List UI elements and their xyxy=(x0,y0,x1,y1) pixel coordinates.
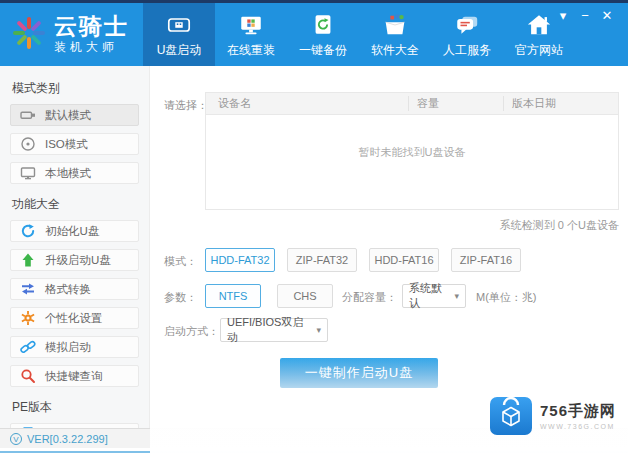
mode-option-hdd-fat32[interactable]: HDD-FAT32 xyxy=(205,248,275,272)
empty-device-message: 暂时未能找到U盘设备 xyxy=(206,145,618,160)
sidebar-item-label: 升级启动U盘 xyxy=(45,253,111,268)
usb-icon xyxy=(20,107,36,123)
sidebar-section-pe: PE版本 xyxy=(12,399,139,416)
tab-label: 在线重装 xyxy=(227,42,275,59)
tab-online-reinstall[interactable]: 在线重装 xyxy=(215,3,287,66)
sidebar-item-label: 个性化设置 xyxy=(45,311,103,326)
swap-arrows-icon xyxy=(20,281,36,297)
mode-options: HDD-FAT32 ZIP-FAT32 HDD-FAT16 ZIP-FAT16 xyxy=(205,248,533,272)
sidebar-section-mode: 模式类别 xyxy=(12,80,139,97)
watermark: 756手游网 WWW.736G.COM xyxy=(489,392,616,440)
pinwheel-star-icon xyxy=(8,9,50,59)
monitor-icon xyxy=(20,165,36,181)
minimize-icon[interactable]: − xyxy=(574,7,596,25)
tab-label: 官方网站 xyxy=(515,42,563,59)
param-option-chs[interactable]: CHS xyxy=(277,284,333,308)
official-site-icon xyxy=(526,10,552,40)
online-reinstall-icon xyxy=(238,10,264,40)
tab-label: 人工服务 xyxy=(443,42,491,59)
arrow-up-icon xyxy=(20,252,36,268)
sidebar-item-format-convert[interactable]: 格式转换 xyxy=(10,278,139,300)
allocation-unit: M(单位：兆) xyxy=(476,290,537,305)
boot-method-value: UEFI/BIOS双启动 xyxy=(227,315,311,345)
sidebar-item-iso-mode[interactable]: ISO模式 xyxy=(10,133,139,155)
params-options: NTFS CHS xyxy=(205,284,349,308)
version-text: VER[0.3.22.299] xyxy=(27,433,108,445)
allocation-value: 系统默认 xyxy=(409,281,449,311)
brand-subtitle: 装机大师 xyxy=(54,39,129,56)
tab-label: 软件大全 xyxy=(371,42,419,59)
sidebar-item-hotkey-query[interactable]: 快捷键查询 xyxy=(10,365,139,387)
device-table: 设备名 容量 版本日期 暂时未能找到U盘设备 xyxy=(205,92,619,210)
make-boot-usb-button[interactable]: 一键制作启动U盘 xyxy=(280,358,438,388)
allocation-dropdown[interactable]: 系统默认 ▾ xyxy=(402,284,466,308)
link-icon xyxy=(20,339,36,355)
boot-method-dropdown[interactable]: UEFI/BIOS双启动 ▾ xyxy=(220,318,328,342)
sidebar-item-personalize[interactable]: 个性化设置 xyxy=(10,307,139,329)
chevron-down-icon: ▾ xyxy=(454,291,459,301)
sidebar-section-functions: 功能大全 xyxy=(12,196,139,213)
mode-label: 模式： xyxy=(164,254,197,269)
magnifier-icon xyxy=(20,368,36,384)
disc-icon xyxy=(20,136,36,152)
gear-icon xyxy=(20,310,36,326)
tab-backup[interactable]: 一键备份 xyxy=(287,3,359,66)
mode-option-hdd-fat16[interactable]: HDD-FAT16 xyxy=(369,248,439,272)
sidebar-item-label: 模拟启动 xyxy=(45,340,91,355)
header: 云骑士 装机大师 U盘启动 xyxy=(0,3,628,66)
column-device-name: 设备名 xyxy=(206,96,408,111)
allocation-label: 分配容量： xyxy=(342,290,397,305)
window-bottom-border xyxy=(0,451,628,453)
device-table-header: 设备名 容量 版本日期 xyxy=(206,93,618,115)
chevron-down-icon: ▾ xyxy=(316,325,321,335)
sidebar-item-label: 快捷键查询 xyxy=(45,369,103,384)
mode-option-zip-fat16[interactable]: ZIP-FAT16 xyxy=(451,248,521,272)
shop-bag-cube-icon xyxy=(489,392,533,440)
tab-usb-boot[interactable]: U盘启动 xyxy=(143,3,215,66)
sidebar-item-label: 本地模式 xyxy=(45,166,91,181)
main-content: 请选择： 设备名 容量 版本日期 暂时未能找到U盘设备 系统检测到 0 个U盘设… xyxy=(150,66,628,428)
tab-software-collection[interactable]: 软件大全 xyxy=(359,3,431,66)
sidebar-item-label: 初始化U盘 xyxy=(45,224,99,239)
customer-service-icon xyxy=(454,10,480,40)
sidebar-item-label: 默认模式 xyxy=(45,108,91,123)
software-collection-icon xyxy=(382,10,408,40)
brand-name: 云骑士 xyxy=(54,13,129,39)
sidebar-item-default-mode[interactable]: 默认模式 xyxy=(10,104,139,126)
param-option-ntfs[interactable]: NTFS xyxy=(205,284,261,308)
sidebar-item-init-usb[interactable]: 初始化U盘 xyxy=(10,220,139,242)
sidebar-item-label: 格式转换 xyxy=(45,282,91,297)
header-tabs: U盘启动 在线重装 xyxy=(143,3,575,66)
menu-caret-icon[interactable]: ▾ xyxy=(552,7,574,25)
watermark-url: WWW.736G.COM xyxy=(540,423,616,430)
boot-method-label: 启动方式： xyxy=(164,324,219,339)
sidebar-item-simulate-boot[interactable]: 模拟启动 xyxy=(10,336,139,358)
sidebar-item-label: ISO模式 xyxy=(45,137,88,152)
params-label: 参数： xyxy=(164,290,197,305)
close-icon[interactable]: ✕ xyxy=(596,7,618,25)
app-window: 云骑士 装机大师 U盘启动 xyxy=(0,0,628,456)
window-controls: ▾ − ✕ xyxy=(552,7,618,25)
mode-option-zip-fat32[interactable]: ZIP-FAT32 xyxy=(287,248,357,272)
column-capacity: 容量 xyxy=(408,96,503,111)
backup-icon xyxy=(310,10,336,40)
version-circle-icon: V xyxy=(10,433,22,445)
select-label: 请选择： xyxy=(164,98,208,113)
watermark-title: 756手游网 xyxy=(540,402,616,421)
column-version-date: 版本日期 xyxy=(503,96,618,111)
sidebar-item-upgrade-usb[interactable]: 升级启动U盘 xyxy=(10,249,139,271)
brand-logo: 云骑士 装机大师 xyxy=(8,9,129,59)
refresh-icon xyxy=(20,223,36,239)
tab-customer-service[interactable]: 人工服务 xyxy=(431,3,503,66)
tab-label: U盘启动 xyxy=(157,42,202,59)
tab-label: 一键备份 xyxy=(299,42,347,59)
sidebar-item-local-mode[interactable]: 本地模式 xyxy=(10,162,139,184)
usb-boot-icon xyxy=(166,10,192,40)
sidebar: 模式类别 默认模式 ISO模式 xyxy=(0,66,150,428)
detect-status: 系统检测到 0 个U盘设备 xyxy=(205,218,619,233)
